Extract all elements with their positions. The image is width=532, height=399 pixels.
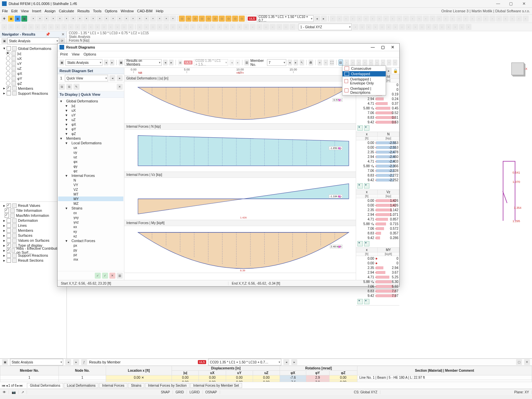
rd-tool-btn[interactable]: ·: [387, 60, 391, 66]
toolbar-btn[interactable]: ·: [372, 24, 378, 30]
toolbar-btn[interactable]: ·: [379, 24, 385, 30]
menu-assign[interactable]: Assign: [45, 9, 56, 13]
tree-mem2[interactable]: Members: [18, 228, 33, 232]
toolbar-btn[interactable]: •: [123, 16, 129, 22]
toolbar-btn[interactable]: ·: [250, 24, 256, 30]
rd-tree-item[interactable]: VY: [58, 183, 123, 187]
toolbar-btn[interactable]: ·: [336, 16, 342, 22]
tree-rsec[interactable]: Result Sections: [18, 258, 43, 262]
toolbar-btn[interactable]: ·: [177, 24, 183, 30]
toolbar-btn[interactable]: •: [150, 16, 156, 22]
maximize-button[interactable]: ▢: [505, 1, 517, 6]
rtable-row[interactable]: 8.83◆-2.272: [356, 173, 399, 178]
toolbar-btn[interactable]: ·: [503, 16, 509, 22]
rtable-row[interactable]: 2.94◆0.24: [356, 96, 399, 101]
tab-strains[interactable]: Strains: [128, 383, 144, 388]
rd-tool-btn[interactable]: ·: [369, 60, 373, 66]
rd-tree-item[interactable]: uz: [58, 155, 123, 159]
toolbar-btn[interactable]: ·: [456, 16, 462, 22]
rtable-row[interactable]: 0.00◆1.426: [356, 198, 399, 203]
rd-tree-item[interactable]: ▾Strains: [58, 206, 123, 210]
toolbar-btn[interactable]: ·: [450, 16, 456, 22]
rd-uncheck-icon[interactable]: ✕: [109, 273, 115, 279]
viewcube[interactable]: -X: [509, 60, 527, 78]
rd-tool-btn[interactable]: ·: [375, 60, 379, 66]
toolbar-btn[interactable]: ·: [276, 24, 282, 30]
toolbar-btn[interactable]: ·: [68, 24, 74, 30]
toolbar-btn[interactable]: ·: [466, 24, 471, 30]
rtable-row[interactable]: 8.83◆7.87: [356, 289, 399, 293]
toolbar-btn[interactable]: ·: [94, 24, 100, 30]
rd-print-icon[interactable]: 🖶: [309, 60, 313, 66]
rd-quick-view-combo[interactable]: Quick View: [65, 75, 108, 81]
rd-tree-item[interactable]: φx: [58, 159, 123, 164]
tree-sup2[interactable]: Support Reactions: [18, 253, 48, 257]
toolbar-btn[interactable]: ◇: [225, 16, 231, 22]
rtable-row[interactable]: 4.71◆-2.403: [356, 159, 399, 164]
rd-tree-item[interactable]: ▾uX: [58, 108, 123, 113]
toolbar-btn[interactable]: ◇: [219, 16, 225, 22]
rd-zoom-fit-icon[interactable]: ⛶: [330, 60, 334, 66]
toolbar-btn[interactable]: ·: [489, 16, 495, 22]
rd-tree-item[interactable]: N: [58, 178, 123, 183]
rtable-row[interactable]: 2.94◆1.071: [356, 212, 399, 217]
rd-tree-item[interactable]: ▾Local Deformations: [58, 141, 123, 145]
rd-tree-item[interactable]: MZ: [58, 201, 123, 206]
toolbar-btn[interactable]: ·: [436, 16, 442, 22]
toolbar-btn[interactable]: ·: [376, 16, 382, 22]
menu-calculate[interactable]: Calculate: [59, 9, 74, 13]
toolbar-btn[interactable]: ·: [256, 24, 262, 30]
tree-lines[interactable]: Lines: [18, 223, 27, 227]
toolbar-btn[interactable]: ·: [137, 24, 143, 30]
toolbar-btn[interactable]: ◇: [179, 16, 185, 22]
toolbar-btn[interactable]: ◇: [186, 16, 192, 22]
toolbar-btn[interactable]: ·: [283, 24, 289, 30]
navigator-close-icon[interactable]: ✕: [62, 32, 65, 37]
toolbar-btn[interactable]: ·: [243, 24, 249, 30]
rtable-row[interactable]: 2.35◆-2.478: [356, 150, 399, 154]
rtable-row[interactable]: 9.42◆-2.252: [356, 178, 399, 182]
rd-tree-item[interactable]: ▾uZ: [58, 117, 123, 122]
toolbar-btn[interactable]: ·: [523, 16, 529, 22]
rd-overlay-mode-btn[interactable]: ▤: [338, 60, 343, 66]
rd-menu-options[interactable]: Options: [83, 52, 96, 56]
toolbar-btn[interactable]: ·: [21, 24, 27, 30]
rd-prev-icon[interactable]: ◂: [104, 60, 108, 66]
toolbar-btn[interactable]: ·: [412, 24, 418, 30]
dd-overlapped-envelope[interactable]: Overlapped | Envelope Only: [342, 76, 386, 86]
rd-tree-item[interactable]: φz: [58, 169, 123, 173]
tree-global-def[interactable]: Global Deformations: [18, 47, 51, 51]
rd-tree-item[interactable]: ▾Global Deformations: [58, 99, 123, 103]
toolbar-btn[interactable]: •: [83, 16, 89, 22]
menu-edit[interactable]: Edit: [11, 9, 18, 13]
rtable-row[interactable]: 2.35◆1.142: [356, 207, 399, 212]
rd-analysis-combo[interactable]: Static Analysis: [66, 59, 102, 66]
minimize-button[interactable]: —: [492, 1, 504, 6]
rtable-row[interactable]: 8.83◆0.61: [356, 115, 399, 120]
tree-members[interactable]: Members: [18, 86, 33, 90]
toolbar-btn[interactable]: ·: [170, 24, 176, 30]
toolbar-btn[interactable]: •: [64, 16, 69, 22]
tree-phiz[interactable]: φZ: [17, 81, 22, 85]
menu-tools[interactable]: Tools: [93, 9, 101, 13]
navigator-pin-icon[interactable]: 📌: [46, 32, 50, 37]
toolbar-btn[interactable]: •: [44, 16, 50, 22]
toolbar-btn[interactable]: •: [97, 16, 103, 22]
lower-analysis-combo[interactable]: Static Analysis: [10, 359, 63, 365]
toolbar-btn[interactable]: ·: [443, 16, 449, 22]
toolbar-btn[interactable]: ·: [15, 24, 21, 30]
toolbar-btn[interactable]: ·: [101, 24, 107, 30]
rd-zoom-in-icon[interactable]: ＋: [318, 60, 322, 66]
rd-check-icon[interactable]: ✓: [102, 273, 108, 279]
toolbar-btn[interactable]: ·: [350, 16, 356, 22]
toolbar-btn[interactable]: ·: [210, 24, 216, 30]
toolbar-btn[interactable]: ·: [463, 16, 469, 22]
rd-del-set-icon[interactable]: ✕: [117, 84, 123, 90]
rd-tree-item[interactable]: px: [58, 243, 123, 248]
toolbar-btn[interactable]: ·: [128, 24, 134, 30]
combo-co-next-icon[interactable]: ▸: [321, 16, 327, 22]
rd-qv-next-icon[interactable]: ▸: [117, 75, 123, 81]
tab-local-def[interactable]: Local Deformations: [64, 383, 98, 388]
lower-co-prev-icon[interactable]: ◂: [283, 359, 289, 365]
toolbar-btn[interactable]: ◇: [212, 16, 218, 22]
